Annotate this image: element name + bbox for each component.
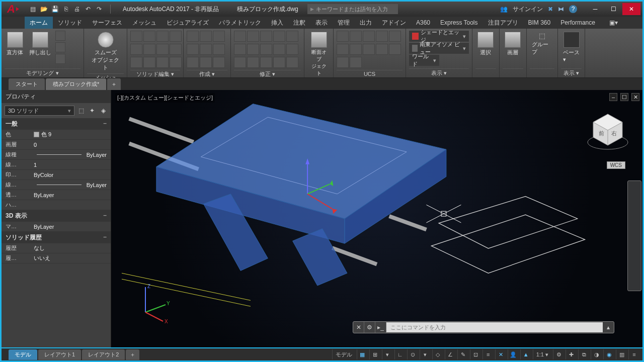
menu-tab[interactable]: Performance bbox=[555, 17, 600, 28]
tool-icon[interactable] bbox=[286, 57, 298, 68]
property-row[interactable]: 線…1 bbox=[2, 160, 111, 170]
command-line[interactable]: ✕ ⚙ ▸_ ▴ bbox=[353, 321, 614, 333]
tool-icon[interactable] bbox=[170, 57, 182, 68]
extrude-button[interactable]: 押し出し bbox=[27, 31, 53, 57]
status-icon[interactable]: ▾ bbox=[382, 349, 393, 359]
object-type-select[interactable]: 3D ソリッド bbox=[5, 106, 74, 116]
navigation-bar[interactable] bbox=[627, 180, 641, 291]
tool-icon[interactable] bbox=[363, 31, 375, 42]
viewcube[interactable]: 前右 bbox=[585, 110, 630, 155]
tool-icon[interactable] bbox=[286, 44, 298, 55]
tool-icon[interactable] bbox=[376, 31, 388, 42]
a360-icon[interactable]: ⧓ bbox=[558, 6, 564, 13]
panel-modify[interactable]: 修正 ▾ bbox=[234, 70, 301, 78]
menu-tab[interactable]: メッシュ bbox=[127, 17, 162, 29]
visual-style-dropdown[interactable]: シェードとエッジ bbox=[409, 31, 469, 42]
panel-modeling[interactable]: モデリング ▾ bbox=[5, 68, 80, 77]
property-row[interactable]: 線…ByLayer bbox=[2, 180, 111, 190]
tool-icon[interactable] bbox=[247, 44, 259, 55]
model-view[interactable] bbox=[111, 90, 642, 347]
tool-icon[interactable] bbox=[55, 54, 65, 64]
menu-tab[interactable]: 出力 bbox=[355, 17, 377, 29]
menu-tab[interactable]: 管理 bbox=[333, 17, 355, 29]
selection-button[interactable]: 選択 bbox=[475, 31, 496, 57]
status-icon[interactable]: ◉ bbox=[603, 349, 614, 359]
qat-saveas-icon[interactable]: ⎘ bbox=[62, 5, 70, 13]
maximize-button[interactable]: ☐ bbox=[604, 3, 622, 15]
add-layout-button[interactable]: ＋ bbox=[126, 349, 139, 360]
cmd-history-icon[interactable]: ▴ bbox=[603, 322, 614, 333]
tool-icon[interactable] bbox=[286, 31, 298, 42]
tool-icon[interactable] bbox=[213, 44, 225, 55]
tool-icon[interactable] bbox=[247, 57, 259, 68]
tool-icon[interactable] bbox=[234, 44, 246, 55]
layout-tab[interactable]: モデル bbox=[9, 349, 37, 360]
snap-toggle[interactable]: ⊞ bbox=[369, 349, 380, 359]
tool-icon[interactable] bbox=[187, 57, 199, 68]
layout-tab[interactable]: レイアウト2 bbox=[82, 349, 125, 360]
status-icon[interactable]: ◑ bbox=[591, 349, 602, 359]
layout-tab[interactable]: レイアウト1 bbox=[38, 349, 81, 360]
cmd-opts-icon[interactable]: ⚙ bbox=[364, 322, 375, 333]
help-icon[interactable]: ? bbox=[569, 5, 577, 13]
panel-ucs[interactable]: UCS bbox=[337, 70, 403, 77]
tool-icon[interactable] bbox=[234, 57, 246, 68]
tool-icon[interactable] bbox=[170, 44, 182, 55]
ucs-world-dropdown[interactable] bbox=[350, 57, 362, 68]
wcs-badge[interactable]: WCS bbox=[607, 161, 625, 169]
property-row[interactable]: 透…ByLayer bbox=[2, 190, 111, 200]
property-row[interactable]: ハ… bbox=[2, 200, 111, 210]
property-row[interactable]: マ…ByLayer bbox=[2, 222, 111, 232]
tool-icon[interactable] bbox=[200, 57, 212, 68]
qat-new-icon[interactable]: ▤ bbox=[29, 5, 37, 13]
tool-icon[interactable] bbox=[376, 44, 388, 55]
qat-save-icon[interactable]: 💾 bbox=[51, 5, 59, 13]
tool-icon[interactable] bbox=[55, 31, 65, 41]
tool-icon[interactable] bbox=[350, 31, 362, 42]
menu-tab[interactable]: パラメトリック bbox=[214, 17, 266, 29]
tool-icon[interactable] bbox=[350, 44, 362, 55]
tool-icon[interactable] bbox=[156, 31, 169, 42]
menu-tab[interactable]: サーフェス bbox=[87, 17, 127, 29]
tool-icon[interactable] bbox=[389, 31, 401, 42]
info-search-input[interactable]: キーワードまたは語句を入力 bbox=[307, 4, 398, 14]
menu-tab[interactable]: 表示 bbox=[310, 17, 333, 29]
status-icon[interactable]: ▾ bbox=[420, 349, 431, 359]
vp-close-icon[interactable]: ✕ bbox=[631, 93, 639, 101]
menu-tab[interactable]: BIM 360 bbox=[523, 17, 556, 28]
tool-icon[interactable] bbox=[130, 57, 142, 68]
exchange-icon[interactable]: ✖ bbox=[548, 6, 553, 13]
new-tab-button[interactable]: ＋ bbox=[107, 78, 121, 90]
status-icon[interactable]: ✚ bbox=[566, 349, 577, 359]
property-row[interactable]: 印…ByColor bbox=[2, 170, 111, 180]
tool-icon[interactable] bbox=[260, 44, 272, 55]
tool-icon[interactable] bbox=[234, 31, 246, 42]
property-row[interactable]: 線種ByLayer bbox=[2, 150, 111, 160]
section-general[interactable]: 一般 bbox=[2, 118, 111, 130]
tool-icon[interactable] bbox=[200, 31, 212, 42]
smooth-object-button[interactable]: スムーズ オブジェクト bbox=[87, 31, 124, 72]
viewport-label[interactable]: [-][カスタム ビュー][シェードとエッジ] bbox=[115, 93, 215, 103]
tool-icon[interactable] bbox=[273, 44, 285, 55]
anno-scale[interactable]: 1:1 ▾ bbox=[533, 349, 551, 359]
property-row[interactable]: 色色 9 bbox=[2, 130, 111, 140]
menu-tab[interactable]: ビジュアライズ bbox=[162, 17, 214, 29]
property-row[interactable]: 履歴なし bbox=[2, 243, 111, 253]
property-row[interactable]: 画層0 bbox=[2, 140, 111, 150]
select-object-icon[interactable]: ◈ bbox=[99, 106, 108, 115]
section-3d[interactable]: 3D 表示 bbox=[2, 210, 111, 222]
layers-button[interactable]: 画層 bbox=[503, 31, 523, 57]
tool-icon[interactable] bbox=[337, 57, 349, 68]
tool-icon[interactable] bbox=[389, 44, 401, 55]
status-icon[interactable]: ∠ bbox=[445, 349, 456, 359]
tool-icon[interactable] bbox=[273, 57, 285, 68]
toggle-pim-icon[interactable]: ⬚ bbox=[76, 106, 86, 115]
tool-icon[interactable] bbox=[273, 31, 285, 42]
ribbon-opts[interactable]: ▣▾ bbox=[604, 17, 623, 28]
menu-tab[interactable]: 挿入 bbox=[266, 17, 288, 29]
menu-tab[interactable]: 注釈 bbox=[288, 17, 310, 29]
tool-icon[interactable] bbox=[337, 44, 349, 55]
vp-minimize-icon[interactable]: – bbox=[609, 93, 617, 101]
panel-view[interactable]: 表示 ▾ bbox=[409, 68, 469, 77]
tool-icon[interactable] bbox=[143, 57, 155, 68]
